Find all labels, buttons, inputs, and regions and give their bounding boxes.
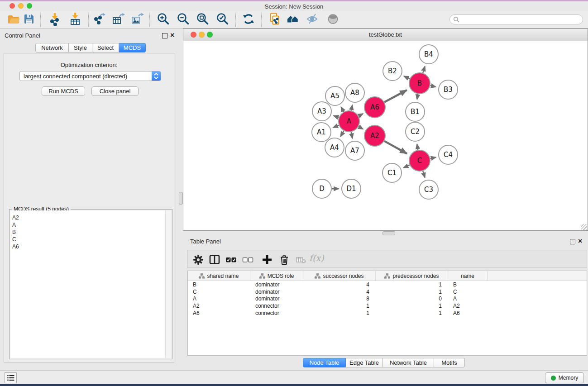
table-cell[interactable]: dominator bbox=[250, 289, 303, 295]
tab-mcds[interactable]: MCDS bbox=[119, 43, 146, 52]
column-header-name[interactable]: name bbox=[448, 271, 488, 281]
close-panel-icon[interactable]: × bbox=[578, 238, 582, 244]
export-image-button[interactable] bbox=[130, 12, 144, 26]
search-input[interactable] bbox=[459, 16, 583, 23]
table-cell[interactable]: A bbox=[448, 295, 488, 302]
graph-node-B1[interactable]: B1 bbox=[406, 102, 425, 121]
column-header-mcds-role[interactable]: MCDS role bbox=[250, 271, 303, 281]
table-cell[interactable]: A bbox=[188, 295, 250, 302]
table-settings-button[interactable] bbox=[192, 254, 204, 266]
delete-column-button[interactable] bbox=[278, 254, 290, 266]
delete-table-button[interactable] bbox=[296, 254, 307, 266]
tab-edge-table[interactable]: Edge Table bbox=[346, 358, 383, 367]
float-panel-icon[interactable] bbox=[570, 239, 575, 244]
mcds-result-item[interactable]: A2 bbox=[10, 214, 171, 221]
function-builder-button[interactable]: f(x) bbox=[309, 253, 324, 263]
table-cell[interactable]: 1 bbox=[376, 289, 448, 295]
table-cell[interactable]: dominator bbox=[250, 281, 303, 288]
graph-edge-A-A7[interactable] bbox=[351, 132, 353, 138]
table-cell[interactable]: A6 bbox=[448, 310, 488, 316]
mcds-result-item[interactable]: A6 bbox=[10, 243, 171, 250]
tab-network-table[interactable]: Network Table bbox=[383, 358, 434, 367]
splitter-grip-vertical[interactable] bbox=[179, 192, 183, 205]
graph-node-B3[interactable]: B3 bbox=[439, 80, 458, 99]
table-cell[interactable]: A6 bbox=[188, 310, 250, 316]
optimization-criterion-dropdown[interactable]: largest connected component (directed) bbox=[19, 71, 161, 81]
table-row[interactable]: A2connector11A2 bbox=[188, 302, 587, 310]
table-cell[interactable]: 0 bbox=[376, 295, 448, 302]
graph-edge-C-C1[interactable] bbox=[404, 165, 410, 168]
graph-node-A5[interactable]: A5 bbox=[325, 86, 344, 105]
refresh-view-button[interactable] bbox=[242, 12, 255, 26]
graph-node-C4[interactable]: C4 bbox=[439, 145, 458, 164]
graph-edge-A-A2[interactable] bbox=[359, 127, 363, 129]
table-cell[interactable]: 1 bbox=[376, 281, 448, 288]
table-cell[interactable]: dominator bbox=[250, 295, 303, 302]
graph-edge-A-A5[interactable] bbox=[341, 107, 344, 112]
add-column-button[interactable] bbox=[261, 254, 273, 266]
table-row[interactable]: Bdominator41B bbox=[188, 281, 587, 288]
export-network-button[interactable] bbox=[92, 12, 106, 26]
network-window-titlebar[interactable]: testGlobe.txt bbox=[183, 29, 588, 41]
memory-button[interactable]: Memory bbox=[545, 372, 584, 383]
resize-grip[interactable] bbox=[581, 224, 587, 230]
show-hidden-button[interactable] bbox=[326, 12, 340, 26]
zoom-fit-button[interactable] bbox=[196, 12, 210, 26]
table-row[interactable]: Cdominator41C bbox=[188, 288, 587, 295]
graph-node-C1[interactable]: C1 bbox=[382, 163, 402, 182]
zoom-in-button[interactable] bbox=[157, 12, 170, 26]
graph-edge-B-B3[interactable] bbox=[430, 86, 435, 87]
graph-node-A[interactable]: A bbox=[339, 111, 359, 132]
graph-node-B2[interactable]: B2 bbox=[383, 62, 402, 81]
graph-edge-A-A6[interactable] bbox=[359, 114, 363, 116]
table-cell[interactable]: A2 bbox=[188, 303, 250, 309]
graph-node-C[interactable]: C bbox=[409, 150, 430, 171]
tab-motifs[interactable]: Motifs bbox=[434, 358, 465, 367]
table-cell[interactable]: 1 bbox=[376, 303, 448, 309]
scrollbar-track[interactable] bbox=[165, 210, 171, 358]
column-header-predecessor-nodes[interactable]: predecessor nodes bbox=[376, 271, 448, 281]
table-cell[interactable]: C bbox=[188, 289, 250, 295]
table-cell[interactable]: 4 bbox=[303, 289, 376, 295]
graph-edge-B-B4[interactable] bbox=[423, 67, 425, 73]
table-cell[interactable]: 1 bbox=[376, 310, 448, 316]
graph-node-D[interactable]: D bbox=[312, 179, 331, 198]
graph-edge-A-A4[interactable] bbox=[341, 131, 344, 136]
float-panel-icon[interactable] bbox=[162, 33, 167, 38]
graph-edge-A6-B[interactable] bbox=[384, 90, 407, 102]
mcds-result-item[interactable]: B bbox=[10, 229, 171, 236]
import-table-button[interactable] bbox=[68, 12, 82, 26]
import-network-button[interactable] bbox=[48, 12, 62, 26]
graph-edge-C-C4[interactable] bbox=[430, 157, 436, 158]
graph-node-A8[interactable]: A8 bbox=[345, 83, 364, 102]
tab-style[interactable]: Style bbox=[69, 43, 92, 52]
column-header-shared-name[interactable]: shared name bbox=[188, 271, 250, 281]
deselect-all-button[interactable] bbox=[242, 254, 254, 266]
graph-node-A7[interactable]: A7 bbox=[345, 141, 364, 160]
save-session-button[interactable] bbox=[22, 12, 36, 26]
graph-node-A4[interactable]: A4 bbox=[325, 138, 344, 157]
hide-selected-button[interactable] bbox=[306, 12, 319, 26]
table-cell[interactable]: B bbox=[188, 281, 250, 288]
table-cell[interactable]: connector bbox=[250, 303, 303, 309]
close-panel-button[interactable]: Close panel bbox=[91, 86, 139, 96]
graph-node-D1[interactable]: D1 bbox=[342, 179, 361, 198]
close-panel-icon[interactable]: × bbox=[170, 32, 174, 38]
graph-edge-A-A1[interactable] bbox=[333, 125, 339, 128]
graph-edge-C-C3[interactable] bbox=[423, 171, 425, 177]
table-cell[interactable]: 1 bbox=[303, 303, 376, 309]
task-history-button[interactable] bbox=[5, 372, 17, 383]
run-mcds-button[interactable]: Run MCDS bbox=[42, 86, 85, 96]
export-table-button[interactable] bbox=[111, 12, 125, 26]
change-network-view-button[interactable] bbox=[286, 12, 300, 26]
table-row[interactable]: Adominator80A bbox=[188, 295, 587, 303]
mcds-result-item[interactable]: C bbox=[10, 236, 171, 243]
graph-node-B[interactable]: B bbox=[409, 73, 430, 94]
table-row[interactable]: A6connector11A6 bbox=[188, 310, 587, 317]
open-file-button[interactable] bbox=[7, 12, 20, 26]
clone-network-button[interactable] bbox=[268, 12, 282, 26]
graph-edge-C-C2[interactable] bbox=[417, 144, 418, 150]
table-cell[interactable]: B bbox=[448, 281, 488, 288]
graph-node-A2[interactable]: A2 bbox=[364, 125, 385, 146]
zoom-selected-button[interactable] bbox=[216, 12, 229, 26]
